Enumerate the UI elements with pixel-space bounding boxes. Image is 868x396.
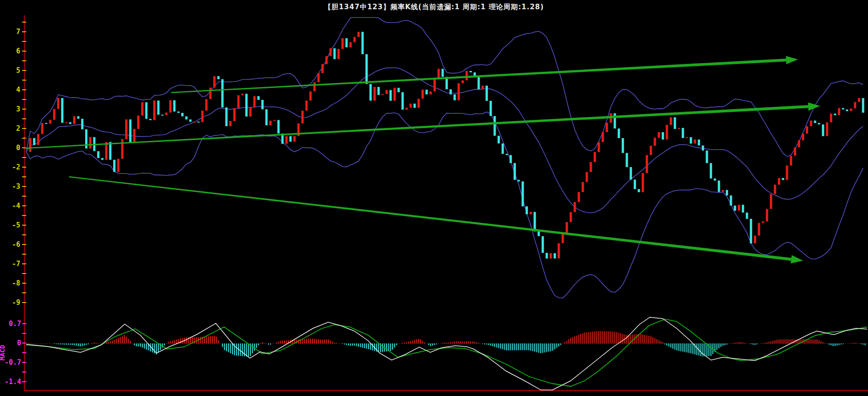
y-axis-label: 0	[16, 144, 20, 152]
macd-axis-label: -0.7	[5, 358, 21, 367]
macd-pane-title: MACD	[0, 345, 6, 361]
macd-axis-label: 0	[17, 339, 21, 347]
y-axis-label: -7	[12, 260, 20, 268]
kline-chart[interactable]: 7654320-2-3-4-5-6-7-8-90.70-0.7-1.4MACD	[0, 0, 868, 396]
macd-axis-label: 0.7	[9, 320, 21, 328]
y-axis-label: 7	[16, 28, 20, 36]
y-axis-label: -8	[12, 279, 20, 287]
y-axis-label: -3	[12, 182, 20, 191]
y-axis-label: 6	[16, 47, 20, 55]
y-axis-label: -5	[12, 221, 20, 229]
chart-title: 【胆1347中123】频率K线(当前遗漏:1 周期:1 理论周期:1.28)	[324, 3, 544, 12]
title-bar: 【胆1347中123】频率K线(当前遗漏:1 周期:1 理论周期:1.28)	[0, 0, 868, 14]
y-axis-label: 3	[16, 105, 20, 113]
y-axis-label: -4	[12, 202, 20, 210]
kline-window: 7654320-2-3-4-5-6-7-8-90.70-0.7-1.4MACD …	[0, 0, 868, 396]
y-axis-label: 2	[16, 124, 20, 133]
y-axis-label: -6	[12, 240, 20, 249]
macd-axis-label: -1.4	[5, 378, 21, 386]
y-axis-label: -2	[12, 163, 20, 171]
y-axis-label: 4	[16, 86, 20, 94]
y-axis-label: 5	[16, 66, 20, 75]
y-axis-label: -9	[12, 298, 20, 307]
chart-background	[0, 0, 868, 396]
